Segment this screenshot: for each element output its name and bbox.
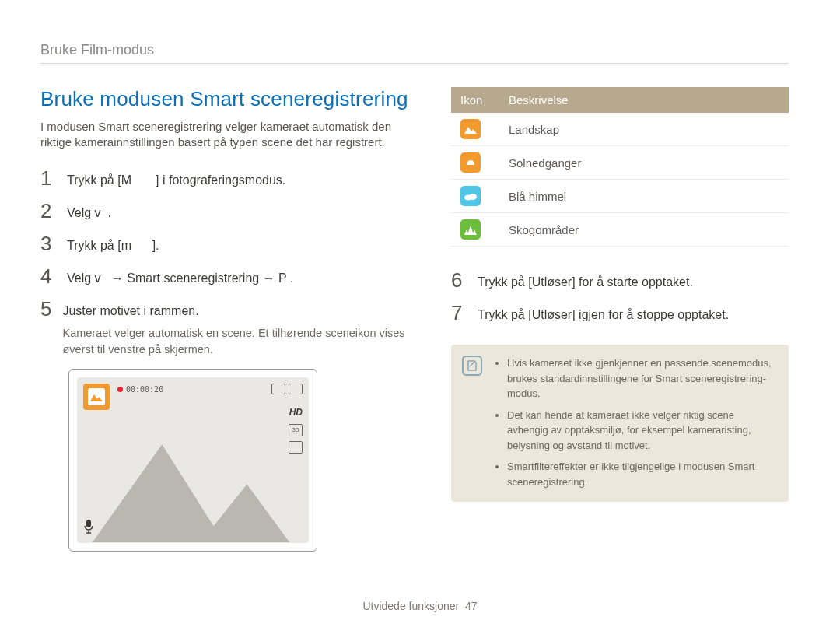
mountain-illustration xyxy=(77,426,309,542)
step-body: Trykk på [Utløser] igjen for å stoppe op… xyxy=(478,303,729,324)
steps-left: 1 Trykk på [M ] i fotograferingsmodus. 2… xyxy=(40,168,415,358)
step-body: Trykk på [Utløser] for å starte opptaket… xyxy=(478,270,693,292)
step-number: 2 xyxy=(40,201,56,221)
step-4: 4 Velg v → Smart sceneregistrering → P . xyxy=(40,266,415,288)
step-6: 6 Trykk på [Utløser] for å starte opptak… xyxy=(451,270,789,292)
note-item: Smartfiltereffekter er ikke tilgjengelig… xyxy=(507,459,776,489)
step-body: Velg v → Smart sceneregistrering → P . xyxy=(67,266,293,288)
step-body: Juster motivet i rammen. Kameraet velger… xyxy=(62,299,415,358)
table-cell-desc: Landskap xyxy=(499,113,789,146)
note-item: Hvis kameraet ikke gjenkjenner en passen… xyxy=(507,356,776,401)
scene-icon-table: Ikon Beskrivelse Landskap Solnedganger xyxy=(451,87,789,247)
table-cell-desc: Skogområder xyxy=(499,213,789,247)
landscape-icon xyxy=(460,119,481,139)
landscape-icon xyxy=(88,388,105,405)
battery-icon xyxy=(289,384,303,394)
header-rule xyxy=(40,63,789,64)
hd-indicator: HD xyxy=(289,407,303,418)
note-box: Hvis kameraet ikke gjenkjenner en passen… xyxy=(451,345,789,502)
step-number: 1 xyxy=(40,168,56,188)
table-row: Skogområder xyxy=(451,213,789,247)
step-body: Velg v . xyxy=(67,201,111,222)
step-3: 3 Trykk på [m ]. xyxy=(40,233,415,255)
step-subtext: Kameraet velger automatisk en scene. Et … xyxy=(62,325,415,358)
step-body: Trykk på [M ] i fotograferingsmodus. xyxy=(67,168,285,190)
step-5: 5 Juster motivet i rammen. Kameraet velg… xyxy=(40,299,415,358)
camera-screen-inner: 00:00:20 HD 30 xyxy=(77,377,309,543)
table-header-icon: Ikon xyxy=(451,87,499,113)
table-row: Blå himmel xyxy=(451,180,789,213)
table-row: Landskap xyxy=(451,113,789,146)
page-title: Bruke modusen Smart sceneregistrering xyxy=(40,87,415,111)
note-icon xyxy=(462,356,482,376)
step-2: 2 Velg v . xyxy=(40,201,415,222)
scene-icon-badge xyxy=(83,384,110,410)
svg-marker-3 xyxy=(201,485,289,543)
step-number: 5 xyxy=(40,299,51,319)
step-1: 1 Trykk på [M ] i fotograferingsmodus. xyxy=(40,168,415,190)
manual-page: Bruke Film-modus Bruke modusen Smart sce… xyxy=(0,0,840,634)
step-7: 7 Trykk på [Utløser] igjen for å stoppe … xyxy=(451,303,789,324)
step-number: 4 xyxy=(40,266,56,286)
table-cell-desc: Solnedganger xyxy=(499,146,789,180)
note-item: Det kan hende at kameraet ikke velger ri… xyxy=(507,408,776,454)
svg-marker-10 xyxy=(464,229,469,235)
svg-point-8 xyxy=(469,194,477,200)
flash-icon xyxy=(271,384,285,394)
svg-marker-11 xyxy=(472,229,477,235)
record-dot-icon xyxy=(117,387,123,392)
footer-label: Utvidede funksjoner xyxy=(362,600,459,612)
step-text: Juster motivet i rammen. xyxy=(62,304,198,317)
left-column: Bruke modusen Smart sceneregistrering I … xyxy=(40,87,415,552)
intro-paragraph: I modusen Smart sceneregistrering velger… xyxy=(40,119,415,151)
recording-timer: 00:00:20 xyxy=(117,385,163,394)
note-list: Hvis kameraet ikke gjenkjenner en passen… xyxy=(495,356,776,489)
svg-marker-0 xyxy=(90,394,103,401)
steps-right: 6 Trykk på [Utløser] for å starte opptak… xyxy=(451,270,789,324)
right-column: Ikon Beskrivelse Landskap Solnedganger xyxy=(451,87,789,552)
footer-page-number: 47 xyxy=(465,600,478,612)
forest-icon xyxy=(460,219,481,240)
page-footer: Utvidede funksjoner 47 xyxy=(0,600,840,612)
step-body: Trykk på [m ]. xyxy=(67,233,159,255)
step-number: 3 xyxy=(40,233,56,254)
svg-rect-6 xyxy=(464,165,477,168)
top-right-icons xyxy=(271,384,303,394)
svg-marker-4 xyxy=(464,127,477,134)
sky-icon xyxy=(460,186,481,206)
table-header-desc: Beskrivelse xyxy=(499,87,789,113)
step-number: 6 xyxy=(451,270,467,290)
svg-marker-2 xyxy=(93,445,224,543)
table-row: Solnedganger xyxy=(451,146,789,180)
step-number: 7 xyxy=(451,303,467,323)
camera-screen-illustration: 00:00:20 HD 30 xyxy=(68,369,317,552)
two-column-layout: Bruke modusen Smart sceneregistrering I … xyxy=(40,87,789,552)
timer-value: 00:00:20 xyxy=(126,385,163,394)
table-cell-desc: Blå himmel xyxy=(499,180,789,213)
sunset-icon xyxy=(460,152,481,173)
breadcrumb: Bruke Film-modus xyxy=(40,42,789,58)
